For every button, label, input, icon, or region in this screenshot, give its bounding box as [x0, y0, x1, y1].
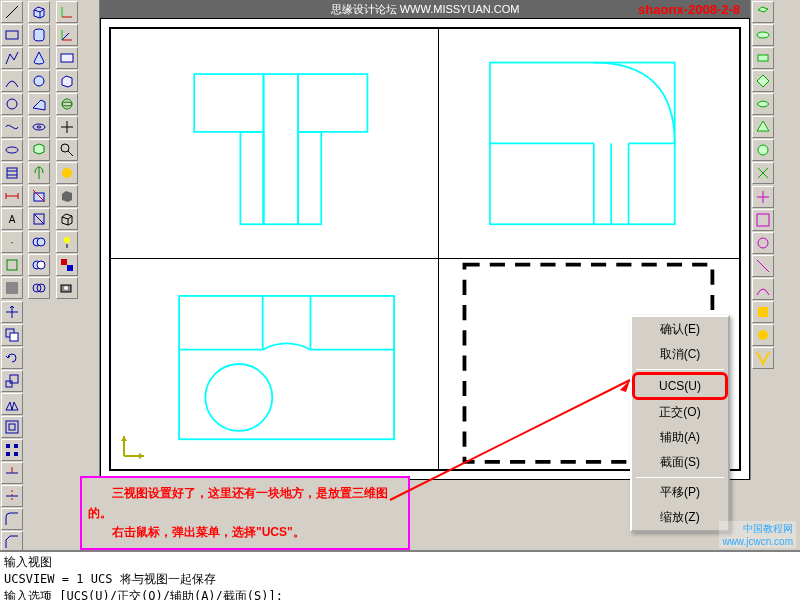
svg-point-61: [758, 145, 768, 155]
tool-poly-icon[interactable]: [1, 47, 23, 69]
drawing-side-view: [463, 51, 702, 236]
tool-extrude-icon[interactable]: [28, 139, 50, 161]
tool-mirror-icon[interactable]: [1, 393, 23, 415]
menu-assist[interactable]: 辅助(A): [632, 425, 728, 450]
svg-point-33: [62, 102, 72, 106]
tool-rect-icon[interactable]: [1, 24, 23, 46]
svg-rect-40: [67, 265, 73, 271]
tool-arc-icon[interactable]: [1, 70, 23, 92]
svg-line-0: [6, 6, 18, 18]
tool-shade-icon[interactable]: [56, 185, 78, 207]
menu-section[interactable]: 截面(S): [632, 450, 728, 475]
tool-cylinder-icon[interactable]: [28, 24, 50, 46]
menu-separator: [636, 369, 724, 370]
tool-light-icon[interactable]: [56, 231, 78, 253]
tool-box-icon[interactable]: [28, 1, 50, 23]
tool-camera-icon[interactable]: [56, 277, 78, 299]
rtool-4-icon[interactable]: [752, 70, 774, 92]
svg-rect-69: [241, 132, 264, 224]
tool-move-icon[interactable]: [1, 301, 23, 323]
tool-point-icon[interactable]: ·: [1, 231, 23, 253]
tool-copy-icon[interactable]: [1, 324, 23, 346]
cmd-line-2: UCSVIEW = 1 UCS 将与视图一起保存: [4, 571, 796, 588]
tool-block-icon[interactable]: [1, 254, 23, 276]
svg-line-19: [34, 214, 44, 224]
tool-line-icon[interactable]: [1, 1, 23, 23]
tool-text-icon[interactable]: A: [1, 208, 23, 230]
menu-separator: [636, 477, 724, 478]
svg-rect-70: [298, 132, 321, 224]
tool-view2-icon[interactable]: [56, 70, 78, 92]
menu-ucs[interactable]: UCS(U): [632, 372, 728, 400]
rtool-12-icon[interactable]: [752, 255, 774, 277]
tool-array-icon[interactable]: [1, 439, 23, 461]
tool-material-icon[interactable]: [56, 254, 78, 276]
rtool-6-icon[interactable]: [752, 116, 774, 138]
tool-hatch-icon[interactable]: [1, 162, 23, 184]
tool-ucs2-icon[interactable]: [56, 24, 78, 46]
menu-pan[interactable]: 平移(P): [632, 480, 728, 505]
tool-cone-icon[interactable]: [28, 47, 50, 69]
ucs-cursor-icon: [119, 431, 149, 461]
tool-3dorbit-icon[interactable]: [56, 93, 78, 115]
svg-line-30: [62, 33, 69, 40]
tool-subtract-icon[interactable]: [28, 254, 50, 276]
tool-wedge-icon[interactable]: [28, 93, 50, 115]
tool-revolve-icon[interactable]: [28, 162, 50, 184]
svg-point-63: [758, 238, 768, 248]
rtool-1-icon[interactable]: [752, 1, 774, 23]
svg-point-34: [61, 144, 69, 152]
tool-slice-icon[interactable]: [28, 185, 50, 207]
rtool-8-icon[interactable]: [752, 162, 774, 184]
svg-point-32: [62, 99, 72, 109]
tool-union-icon[interactable]: [28, 231, 50, 253]
tool-dim-icon[interactable]: [1, 185, 23, 207]
svg-rect-10: [7, 260, 17, 270]
tool-ucs1-icon[interactable]: [56, 1, 78, 23]
tool-offset-icon[interactable]: [1, 416, 23, 438]
tool-region-icon[interactable]: [1, 277, 23, 299]
tool-render-icon[interactable]: [56, 162, 78, 184]
tool-section-icon[interactable]: [28, 208, 50, 230]
tool-rotate-icon[interactable]: [1, 347, 23, 369]
rtool-13-icon[interactable]: [752, 278, 774, 300]
svg-rect-11: [6, 282, 18, 294]
tool-pan-icon[interactable]: [56, 116, 78, 138]
command-line[interactable]: 输入视图 UCSVIEW = 1 UCS 将与视图一起保存 输入选项 [UCS(…: [0, 550, 800, 600]
rtool-14-icon[interactable]: [752, 301, 774, 323]
drawing-top-view: [161, 51, 412, 236]
svg-rect-68: [298, 74, 367, 132]
rtool-10-icon[interactable]: [752, 209, 774, 231]
svg-point-14: [33, 124, 45, 130]
menu-zoom[interactable]: 缩放(Z): [632, 505, 728, 530]
rtool-16-icon[interactable]: [752, 347, 774, 369]
tool-circle-icon[interactable]: [1, 93, 23, 115]
tool-ellipse-icon[interactable]: [1, 139, 23, 161]
rtool-2-icon[interactable]: [752, 24, 774, 46]
rtool-5-icon[interactable]: [752, 93, 774, 115]
tool-intersect-icon[interactable]: [28, 277, 50, 299]
tool-scale-icon[interactable]: [1, 370, 23, 392]
context-menu: 确认(E) 取消(C) UCS(U) 正交(O) 辅助(A) 截面(S) 平移(…: [630, 315, 730, 532]
tool-trim-icon[interactable]: [1, 462, 23, 484]
annotation-text-2: 右击鼠标，弹出菜单，选择"UCS"。: [88, 525, 305, 539]
tool-sphere-icon[interactable]: [28, 70, 50, 92]
svg-rect-59: [758, 55, 768, 61]
tool-zoom-icon[interactable]: [56, 139, 78, 161]
svg-point-58: [757, 32, 769, 38]
menu-cancel[interactable]: 取消(C): [632, 342, 728, 367]
tool-torus-icon[interactable]: [28, 116, 50, 138]
menu-confirm[interactable]: 确认(E): [632, 317, 728, 342]
tool-view1-icon[interactable]: [56, 47, 78, 69]
rtool-15-icon[interactable]: [752, 324, 774, 346]
tool-extend-icon[interactable]: [1, 485, 23, 507]
tool-wire-icon[interactable]: [56, 208, 78, 230]
rtool-3-icon[interactable]: [752, 47, 774, 69]
rtool-9-icon[interactable]: [752, 186, 774, 208]
menu-ortho[interactable]: 正交(O): [632, 400, 728, 425]
tool-fillet-icon[interactable]: [1, 508, 23, 530]
rtool-11-icon[interactable]: [752, 232, 774, 254]
rtool-7-icon[interactable]: [752, 139, 774, 161]
tool-spline-icon[interactable]: [1, 116, 23, 138]
svg-point-84: [206, 364, 273, 431]
